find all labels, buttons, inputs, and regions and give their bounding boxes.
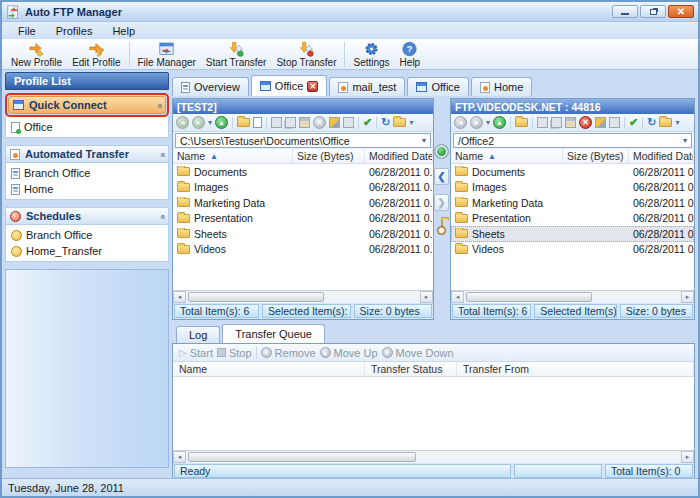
close-button[interactable]: ✕: [668, 5, 694, 18]
column-modified[interactable]: Modified Date: [365, 149, 433, 163]
column-name[interactable]: Name▲: [451, 149, 563, 163]
scroll-left-icon[interactable]: ◂: [451, 291, 464, 303]
file-row[interactable]: Images06/28/2011 0...: [173, 180, 433, 196]
up-directory-icon[interactable]: ▴: [493, 116, 506, 129]
queue-move-down-button[interactable]: ▾Move Down: [382, 347, 454, 359]
forward-icon[interactable]: ▸: [470, 116, 483, 129]
select-all-icon[interactable]: ✔: [363, 116, 372, 129]
transfer-to-local-button[interactable]: ❮: [434, 168, 449, 185]
file-row[interactable]: Sheets06/28/2011 0...: [173, 226, 433, 242]
up-directory-icon[interactable]: ▴: [215, 116, 228, 129]
address-dropdown-icon[interactable]: ▾: [422, 136, 426, 145]
column-size[interactable]: Size (Bytes): [563, 149, 629, 163]
move-icon[interactable]: [537, 117, 548, 128]
help-button[interactable]: ? Help: [395, 40, 426, 69]
file-row[interactable]: Marketing Data06/28/2011 0...: [451, 195, 694, 211]
queue-remove-button[interactable]: ✕Remove: [261, 347, 316, 359]
refresh-icon[interactable]: ↻: [381, 116, 390, 129]
local-address-input[interactable]: C:\Users\Testuser\Documents\Office ▾: [175, 133, 431, 148]
new-folder-icon[interactable]: [515, 118, 528, 127]
back-icon[interactable]: ◂: [454, 116, 467, 129]
address-dropdown-icon[interactable]: ▾: [683, 136, 687, 145]
view-dropdown-icon[interactable]: ▾: [675, 118, 679, 127]
new-file-icon[interactable]: [253, 117, 262, 128]
back-icon[interactable]: ◂: [176, 116, 189, 129]
sidebar-item-home-transfer[interactable]: Home_Transfer: [6, 243, 168, 259]
rename-icon[interactable]: [329, 117, 340, 128]
paste-icon[interactable]: [299, 117, 310, 128]
queue-empty-list[interactable]: [173, 377, 694, 450]
view-mode-icon[interactable]: [659, 118, 672, 127]
copy-icon[interactable]: [551, 117, 562, 128]
file-row[interactable]: Marketing Data06/28/2011 0...: [173, 195, 433, 211]
refresh-icon[interactable]: ↻: [647, 116, 656, 129]
scrollbar-thumb[interactable]: [466, 292, 592, 302]
transfer-to-remote-button[interactable]: ❯: [434, 194, 449, 211]
remote-horizontal-scrollbar[interactable]: ◂ ▸: [451, 290, 694, 303]
tab-transfer-queue[interactable]: Transfer Queue: [222, 324, 325, 343]
group-header-quick-connect[interactable]: Quick Connect «: [8, 96, 166, 114]
view-dropdown-icon[interactable]: ▾: [409, 118, 413, 127]
menu-help[interactable]: Help: [102, 24, 145, 38]
properties-icon[interactable]: [343, 117, 354, 128]
edit-profile-button[interactable]: Edit Profile: [67, 40, 125, 69]
collapse-chevron-icon[interactable]: «: [157, 152, 167, 155]
column-transfer-from[interactable]: Transfer From: [457, 362, 694, 376]
scroll-right-icon[interactable]: ▸: [681, 291, 694, 303]
rename-icon[interactable]: [595, 117, 606, 128]
file-row[interactable]: Videos06/28/2011 0...: [451, 242, 694, 258]
queue-horizontal-scrollbar[interactable]: ◂ ▸: [173, 450, 694, 463]
queue-move-up-button[interactable]: ▴Move Up: [320, 347, 378, 359]
stop-transfer-button[interactable]: Stop Transfer: [271, 40, 341, 69]
queue-stop-button[interactable]: Stop: [217, 347, 252, 359]
new-profile-button[interactable]: New Profile: [6, 40, 67, 69]
sidebar-item-home[interactable]: Home: [6, 181, 168, 197]
history-dropdown-icon[interactable]: ▾: [208, 118, 212, 127]
queue-start-button[interactable]: ▷Start: [179, 347, 213, 359]
scroll-left-icon[interactable]: ◂: [173, 291, 186, 303]
group-header-schedules[interactable]: Schedules «: [5, 207, 169, 225]
tab-office[interactable]: Office: [407, 77, 469, 96]
file-row[interactable]: Documents06/28/2011 0...: [173, 164, 433, 180]
new-folder-icon[interactable]: [237, 118, 250, 127]
move-icon[interactable]: [271, 117, 282, 128]
scroll-left-icon[interactable]: ◂: [173, 451, 186, 463]
column-name[interactable]: Name: [173, 362, 365, 376]
delete-icon[interactable]: ✕: [313, 116, 326, 129]
collapse-chevron-icon[interactable]: «: [157, 214, 167, 217]
sidebar-item-branch-office[interactable]: Branch Office: [6, 165, 168, 181]
settings-button[interactable]: Settings: [348, 40, 394, 69]
group-header-automated-transfer[interactable]: Automated Transfer «: [5, 145, 169, 163]
file-row[interactable]: Videos06/28/2011 0...: [173, 242, 433, 258]
tab-close-icon[interactable]: ✕: [307, 81, 318, 92]
tab-office-active[interactable]: Office ✕: [251, 75, 328, 96]
tab-log[interactable]: Log: [176, 326, 220, 343]
menu-profiles[interactable]: Profiles: [46, 24, 103, 38]
copy-icon[interactable]: [285, 117, 296, 128]
sidebar-item-schedule-branch-office[interactable]: Branch Office: [6, 227, 168, 243]
view-mode-icon[interactable]: [393, 118, 406, 127]
minimize-button[interactable]: [612, 5, 638, 18]
file-manager-button[interactable]: File Manager: [133, 40, 201, 69]
properties-icon[interactable]: [609, 117, 620, 128]
column-size[interactable]: Size (Bytes): [293, 149, 365, 163]
tab-mail-test[interactable]: mail_test: [329, 77, 405, 96]
column-transfer-status[interactable]: Transfer Status: [365, 362, 457, 376]
column-modified[interactable]: Modified Date: [629, 149, 694, 163]
tab-overview[interactable]: Overview: [172, 77, 249, 96]
sidebar-item-office[interactable]: Office: [6, 119, 168, 135]
file-row[interactable]: Presentation06/28/2011 0...: [173, 211, 433, 227]
file-row[interactable]: Images06/28/2011 0...: [451, 180, 694, 196]
select-all-icon[interactable]: ✔: [629, 116, 638, 129]
menu-file[interactable]: File: [8, 24, 46, 38]
scroll-right-icon[interactable]: ▸: [420, 291, 433, 303]
forward-icon[interactable]: ▸: [192, 116, 205, 129]
scrollbar-thumb[interactable]: [188, 292, 324, 302]
delete-icon[interactable]: ✕: [579, 116, 592, 129]
history-dropdown-icon[interactable]: ▾: [486, 118, 490, 127]
restore-button[interactable]: [640, 5, 666, 18]
remote-address-input[interactable]: /Office2 ▾: [453, 133, 692, 148]
scroll-right-icon[interactable]: ▸: [681, 451, 694, 463]
tab-home[interactable]: Home: [471, 77, 532, 96]
connection-status-icon[interactable]: [434, 144, 449, 159]
